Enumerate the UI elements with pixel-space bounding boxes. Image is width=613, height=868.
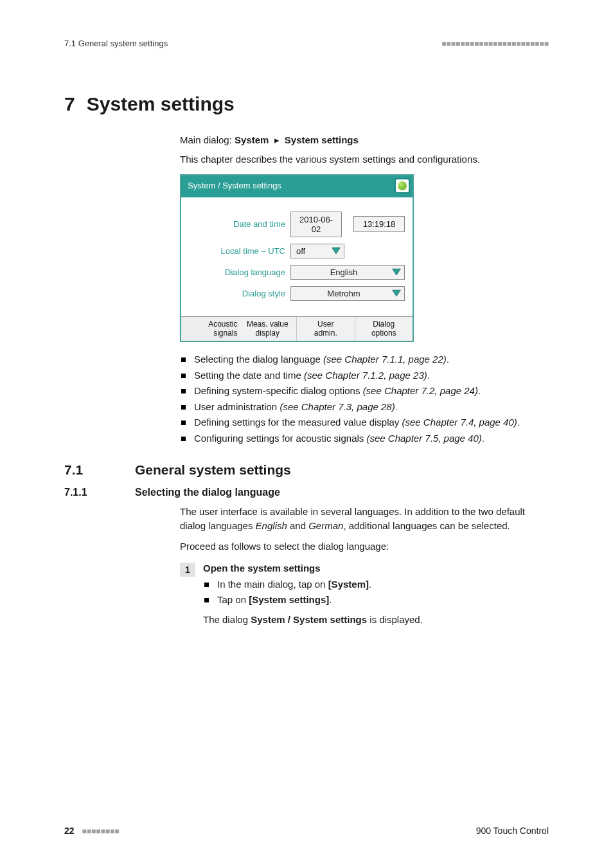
- running-header: 7.1 General system settings ■■■■■■■■■■■■…: [64, 39, 549, 48]
- header-decoration: ■■■■■■■■■■■■■■■■■■■■■■■: [441, 39, 549, 48]
- system-settings-screenshot: System / System settings Date and time 2…: [180, 174, 414, 343]
- emphasis: German: [308, 520, 343, 531]
- field-label-style: Dialog style: [189, 289, 290, 298]
- cross-reference[interactable]: (see Chapter 7.5, page 40): [366, 433, 481, 444]
- cross-reference[interactable]: (see Chapter 7.1.2, page 23): [304, 370, 427, 381]
- dropdown-value: English: [296, 267, 391, 277]
- footer-decoration: ■■■■■■■■: [82, 827, 119, 836]
- user-admin-button[interactable]: User admin.: [297, 317, 355, 341]
- window-titlebar: System / System settings: [181, 176, 413, 197]
- list-item: User administration (see Chapter 7.3, pa…: [180, 400, 549, 415]
- list-item: Defining settings for the measured value…: [180, 415, 549, 430]
- section-number: 7.1: [64, 462, 135, 478]
- window-title: System / System settings: [188, 181, 281, 190]
- section-heading: 7.1 General system settings: [64, 462, 549, 478]
- ui-reference: System / System settings: [251, 614, 367, 625]
- svg-marker-0: [332, 248, 341, 254]
- dropdown-value: off: [296, 246, 305, 256]
- body-paragraph: The user interface is available in sever…: [180, 505, 549, 533]
- svg-marker-2: [393, 290, 401, 296]
- chevron-right-icon: ▸: [274, 134, 280, 146]
- acoustic-signals-button[interactable]: Acoustic signals: [181, 317, 239, 341]
- topic-bullet-list: Selecting the dialog language (see Chapt…: [180, 352, 549, 446]
- page-footer: 22 ■■■■■■■■ 900 Touch Control: [64, 826, 549, 836]
- section-title: General system settings: [135, 462, 291, 478]
- breadcrumb: Main dialog: System ▸ System settings: [180, 134, 549, 146]
- product-name: 900 Touch Control: [476, 826, 549, 836]
- breadcrumb-item: System: [235, 134, 269, 145]
- page-number: 22: [64, 826, 75, 836]
- status-indicator-icon: [395, 178, 410, 194]
- breadcrumb-item: System settings: [285, 134, 359, 145]
- step-result: The dialog System / System settings is d…: [203, 613, 549, 627]
- list-item: Selecting the dialog language (see Chapt…: [180, 352, 549, 367]
- style-dropdown[interactable]: Metrohm: [290, 286, 405, 301]
- step-number-badge: 1: [180, 563, 195, 577]
- ui-reference: [System]: [328, 579, 369, 590]
- field-label-localtime: Local time – UTC: [189, 246, 290, 256]
- svg-marker-1: [393, 269, 401, 275]
- breadcrumb-prefix: Main dialog:: [180, 134, 235, 145]
- chevron-down-icon: [391, 267, 402, 276]
- step-action-list: In the main dialog, tap on [System]. Tap…: [203, 577, 549, 608]
- field-label-language: Dialog language: [189, 267, 290, 277]
- list-item: Tap on [System settings].: [203, 593, 549, 608]
- localtime-dropdown[interactable]: off: [290, 244, 344, 258]
- footer-left: 22 ■■■■■■■■: [64, 826, 120, 836]
- cross-reference[interactable]: (see Chapter 7.2, page 24): [363, 385, 478, 396]
- body-paragraph: Proceed as follows to select the dialog …: [180, 539, 549, 554]
- chevron-down-icon: [391, 289, 402, 298]
- subsection-number: 7.1.1: [64, 487, 135, 498]
- list-item: Setting the date and time (see Chapter 7…: [180, 368, 549, 383]
- list-item: Defining system-specific dialog options …: [180, 384, 549, 399]
- field-label-date: Date and time: [189, 219, 290, 229]
- emphasis: English: [256, 520, 287, 531]
- dropdown-value: Metrohm: [296, 289, 391, 298]
- time-field[interactable]: 13:19:18: [353, 216, 405, 232]
- subsection-heading: 7.1.1 Selecting the dialog language: [64, 487, 549, 498]
- header-section-path: 7.1 General system settings: [64, 39, 168, 48]
- cross-reference[interactable]: (see Chapter 7.1.1, page 22): [323, 354, 447, 365]
- meas-value-display-button[interactable]: Meas. value display: [239, 317, 298, 341]
- subsection-title: Selecting the dialog language: [135, 487, 280, 498]
- ui-reference: [System settings]: [249, 594, 329, 605]
- dialog-options-button[interactable]: Dialog options: [355, 317, 413, 341]
- chevron-down-icon: [331, 246, 341, 255]
- intro-paragraph: This chapter describes the various syste…: [180, 152, 549, 167]
- cross-reference[interactable]: (see Chapter 7.3, page 28): [280, 401, 395, 412]
- toolbar-bottom: Acoustic signals Meas. value display Use…: [181, 316, 413, 341]
- cross-reference[interactable]: (see Chapter 7.4, page 40): [402, 417, 517, 428]
- list-item: In the main dialog, tap on [System].: [203, 577, 549, 592]
- date-field[interactable]: 2010-06-02: [290, 212, 342, 237]
- language-dropdown[interactable]: English: [290, 265, 405, 280]
- chapter-number: 7: [64, 93, 75, 114]
- chapter-heading: 7System settings: [64, 93, 549, 115]
- step-title: Open the system settings: [203, 563, 549, 574]
- list-item: Configuring settings for acoustic signal…: [180, 431, 549, 446]
- chapter-title: System settings: [87, 93, 235, 114]
- numbered-step: 1 Open the system settings In the main d…: [180, 563, 549, 627]
